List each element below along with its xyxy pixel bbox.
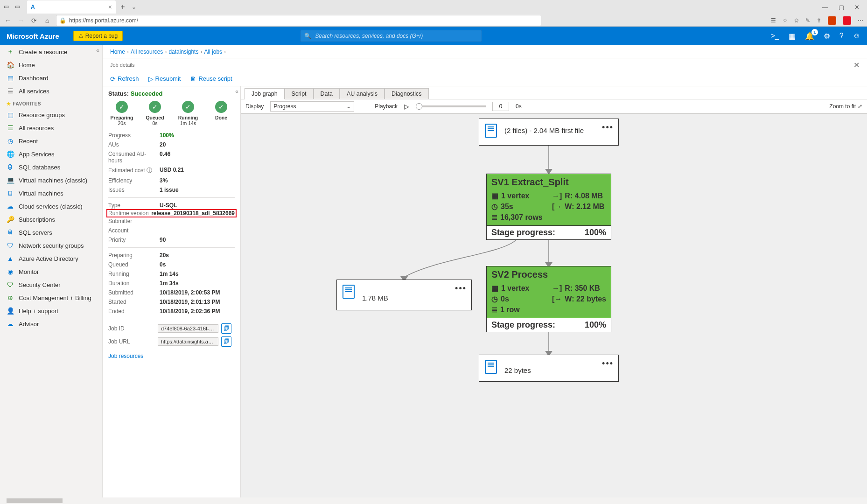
crumb[interactable]: All jobs xyxy=(204,49,222,55)
graph-node-sv1[interactable]: SV1 Extract_Split ▦1 vertex →]R: 4.08 MB… xyxy=(486,174,611,240)
tab[interactable]: AU analysis xyxy=(340,88,385,99)
report-bug-button[interactable]: ⚠ Report a bug xyxy=(73,31,123,41)
property-row: Estimated cost ⓘUSD 0.21 xyxy=(108,165,235,176)
more-icon[interactable]: ⋯ xyxy=(858,17,863,24)
sidebar-home[interactable]: 🏠Home xyxy=(0,58,102,71)
window-minimize-icon[interactable]: — xyxy=(822,4,828,11)
copy-joburl-button[interactable]: 🗐 xyxy=(221,336,231,347)
back-icon[interactable]: ← xyxy=(4,17,12,24)
sidebar-item[interactable]: 🛡Security Center xyxy=(0,278,102,291)
window-maximize-icon[interactable]: ▢ xyxy=(839,4,844,11)
zoom-to-fit-button[interactable]: Zoom to fit ⤢ xyxy=(829,103,862,110)
property-row: TypeU-SQL xyxy=(108,201,235,210)
playback-slider[interactable] xyxy=(416,105,486,107)
tab-menu-icon[interactable]: ⌄ xyxy=(130,4,138,10)
nav-icon: 👤 xyxy=(7,307,14,315)
cloud-shell-icon[interactable]: >_ xyxy=(771,32,779,40)
node-menu-icon[interactable]: ••• xyxy=(602,123,614,133)
crumb[interactable]: datainsights xyxy=(168,49,198,55)
property-row: Running1m 14s xyxy=(108,269,235,279)
sidebar-item[interactable]: ☁Cloud services (classic) xyxy=(0,200,102,213)
favorite-icon[interactable]: ☆ xyxy=(783,17,788,24)
display-select[interactable]: Progress⌄ xyxy=(270,101,354,112)
graph-node-intermediate-file[interactable]: 1.78 MB ••• xyxy=(336,280,472,310)
settings-icon[interactable]: ⚙ xyxy=(824,32,830,41)
tab[interactable]: Job graph xyxy=(245,88,285,99)
close-tab-icon[interactable]: × xyxy=(108,3,112,11)
sidebar-create-resource[interactable]: ＋Create a resource xyxy=(0,45,102,58)
status-line: Status: Succeeded xyxy=(108,90,235,97)
refresh-button[interactable]: ⟳Refresh xyxy=(110,75,139,83)
sidebar-item[interactable]: 🛢SQL databases xyxy=(0,161,102,174)
play-icon[interactable]: ▷ xyxy=(404,103,409,110)
property-row: Runtime versionrelease_20190318_adl_5832… xyxy=(106,209,237,217)
favorites-separator: ★FAVORITES xyxy=(0,98,102,108)
reading-view-icon[interactable]: ☰ xyxy=(771,17,776,24)
node-menu-icon[interactable]: ••• xyxy=(602,359,614,369)
help-icon[interactable]: ? xyxy=(839,32,844,40)
property-row: Priority90 xyxy=(108,235,235,245)
nav-icon: ☁ xyxy=(7,320,14,328)
global-search[interactable]: 🔍 Search resources, services, and docs (… xyxy=(300,30,482,42)
notifications-icon[interactable]: 🔔1 xyxy=(805,32,814,41)
playback-seconds-input[interactable] xyxy=(492,102,509,111)
plus-icon: ＋ xyxy=(7,48,14,56)
tab[interactable]: Script xyxy=(285,88,314,99)
sidebar-item[interactable]: ◷Recent xyxy=(0,134,102,147)
browser-tab[interactable]: A × xyxy=(27,0,116,14)
collapse-sidebar-icon[interactable]: « xyxy=(96,47,99,54)
ext-icon-2[interactable] xyxy=(843,16,851,25)
blade-toolbar: ⟳Refresh ▷Resubmit 🗎Reuse script xyxy=(103,71,867,86)
refresh-icon[interactable]: ⟳ xyxy=(30,17,38,24)
search-icon: 🔍 xyxy=(304,33,311,39)
crumb[interactable]: Home xyxy=(110,49,125,55)
graph-node-output-file[interactable]: 22 bytes ••• xyxy=(479,355,619,382)
nav-icon: 🔑 xyxy=(7,216,14,223)
home-icon[interactable]: ⌂ xyxy=(43,17,51,24)
sidebar-dashboard[interactable]: ▦Dashboard xyxy=(0,71,102,84)
address-bar[interactable]: 🔒 https://ms.portal.azure.com/ xyxy=(56,15,541,26)
graph-node-sv2[interactable]: SV2 Process ▦1 vertex →]R: 350 KB ◷0s [→… xyxy=(486,266,611,332)
sidebar-item[interactable]: ▦Resource groups xyxy=(0,108,102,121)
new-tab-button[interactable]: + xyxy=(119,3,127,11)
window-close-icon[interactable]: ✕ xyxy=(854,4,860,11)
share-icon[interactable]: ⇪ xyxy=(817,17,821,24)
crumb[interactable]: All resources xyxy=(131,49,163,55)
azure-brand[interactable]: Microsoft Azure xyxy=(7,32,59,40)
write-icon: [→ xyxy=(552,295,562,303)
sidebar-item[interactable]: ◉Monitor xyxy=(0,265,102,278)
sidebar-item[interactable]: ▲Azure Active Directory xyxy=(0,252,102,265)
sidebar-item[interactable]: 🌐App Services xyxy=(0,147,102,161)
tab[interactable]: Data xyxy=(314,88,340,99)
sidebar-item[interactable]: 🛡Network security groups xyxy=(0,239,102,252)
sidebar-item[interactable]: 💻Virtual machines (classic) xyxy=(0,174,102,187)
job-resources-link[interactable]: Job resources xyxy=(108,353,235,359)
copy-jobid-button[interactable]: 🗐 xyxy=(221,323,231,334)
reuse-script-button[interactable]: 🗎Reuse script xyxy=(190,75,232,83)
tab[interactable]: Diagnostics xyxy=(385,88,429,99)
job-graph-canvas[interactable]: (2 files) - 2.04 MB first file ••• SV1 E… xyxy=(241,114,867,504)
sidebar-all-services[interactable]: ☰All services xyxy=(0,84,102,98)
sidebar-item[interactable]: 🔑Subscriptions xyxy=(0,213,102,226)
resubmit-button[interactable]: ▷Resubmit xyxy=(148,75,181,83)
graph-node-input-files[interactable]: (2 files) - 2.04 MB first file ••• xyxy=(479,119,619,146)
ext-icon-1[interactable] xyxy=(828,16,836,25)
favorites-bar-icon[interactable]: ✩ xyxy=(794,17,799,24)
directory-icon[interactable]: ▦ xyxy=(789,32,796,41)
job-id-value[interactable]: d74ef808-6a23-416f-b185... xyxy=(158,324,218,333)
horizontal-scrollbar[interactable] xyxy=(0,497,867,504)
collapse-details-icon[interactable]: « xyxy=(235,88,238,95)
play-icon: ▷ xyxy=(148,75,154,83)
sidebar-item[interactable]: ⊕Cost Management + Billing xyxy=(0,291,102,304)
sidebar-item[interactable]: 👤Help + support xyxy=(0,304,102,317)
browser-chrome: ▭ ▭ A × + ⌄ — ▢ ✕ ← → ⟳ ⌂ 🔒 https://ms.p… xyxy=(0,0,867,27)
job-url-value[interactable]: https://datainsights.azure... xyxy=(158,337,218,346)
sidebar-item[interactable]: ☁Advisor xyxy=(0,317,102,330)
sidebar-item[interactable]: 🖥Virtual machines xyxy=(0,187,102,200)
sidebar-item[interactable]: ☰All resources xyxy=(0,121,102,134)
node-menu-icon[interactable]: ••• xyxy=(455,284,467,294)
close-blade-icon[interactable]: ✕ xyxy=(853,61,860,70)
feedback-icon[interactable]: ☺ xyxy=(853,32,860,40)
notes-icon[interactable]: ✎ xyxy=(805,17,810,24)
sidebar-item[interactable]: 🛢SQL servers xyxy=(0,226,102,239)
